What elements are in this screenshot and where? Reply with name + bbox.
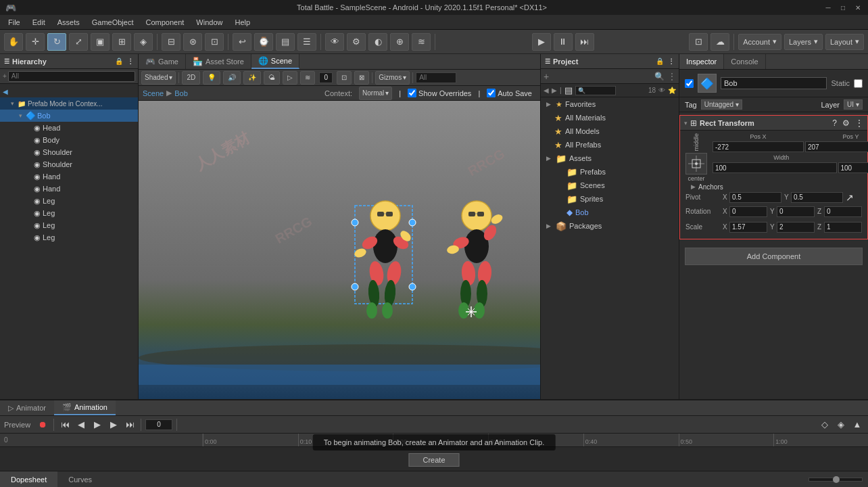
project-layout-icon[interactable]: ▤	[564, 85, 573, 95]
anim-key2-btn[interactable]: ◈	[834, 419, 848, 431]
auto-save-checkbox[interactable]	[487, 89, 496, 97]
menu-file[interactable]: File	[3, 17, 26, 28]
bob-item[interactable]: ◆ Bob	[552, 206, 679, 219]
hierarchy-item-hand2[interactable]: ◉ Hand	[0, 183, 138, 195]
hand-tool[interactable]: ✋	[4, 33, 23, 51]
anim-next-frame[interactable]: ▶	[107, 419, 120, 431]
anim-frame-input[interactable]	[145, 419, 172, 430]
height-input[interactable]	[838, 162, 869, 173]
anim-play[interactable]: ▶	[91, 419, 104, 431]
tag-dropdown[interactable]: Untagged ▾	[701, 99, 742, 110]
project-star[interactable]: ⭐	[668, 87, 676, 94]
2d-btn[interactable]: 2D	[182, 71, 200, 85]
anim-last-frame[interactable]: ⏭	[123, 419, 137, 431]
light-btn[interactable]: 💡	[203, 71, 220, 85]
menu-assets[interactable]: Assets	[52, 17, 85, 28]
scale-x-input[interactable]	[729, 222, 767, 233]
cloud-btn[interactable]: ⊡	[689, 33, 708, 51]
all-prefabs-item[interactable]: ★ All Prefabs	[541, 138, 679, 152]
col2-btn[interactable]: ⊕	[390, 33, 409, 51]
pivot-y-input[interactable]	[791, 192, 843, 203]
project-back[interactable]: ◀	[544, 87, 549, 94]
favorites-folder[interactable]: ▶ ★ Favorites	[541, 97, 679, 111]
play-button[interactable]: ▶	[532, 33, 551, 51]
prefabs-folder[interactable]: 📁 Prefabs	[552, 165, 679, 179]
menu-component[interactable]: Component	[140, 17, 189, 28]
hierarchy-item-shoulder1[interactable]: ◉ Shoulder	[0, 146, 138, 158]
packages-folder[interactable]: ▶ 📦 Packages	[541, 219, 679, 233]
scale-z-input[interactable]	[824, 222, 862, 233]
hierarchy-item-head[interactable]: ◉ Head	[0, 122, 138, 134]
project-eye[interactable]: 👁	[658, 87, 665, 94]
hierarchy-item-leg3[interactable]: ◉ Leg	[0, 219, 138, 231]
pos-y-input[interactable]	[805, 141, 868, 152]
sky-btn[interactable]: 🌤	[264, 71, 280, 85]
project-forward[interactable]: ▶	[552, 87, 557, 94]
custom-tool[interactable]: ◈	[134, 33, 153, 51]
hierarchy-item-leg4[interactable]: ◉ Leg	[0, 231, 138, 244]
account-dropdown[interactable]: Account ▾	[738, 34, 781, 50]
anim-prev-frame[interactable]: ◀	[74, 419, 88, 431]
create-button[interactable]: Create	[408, 453, 459, 467]
obj-active-checkbox[interactable]	[685, 79, 694, 88]
menu-help[interactable]: Help	[229, 17, 256, 28]
collab-btn[interactable]: ☁	[710, 33, 729, 51]
view-btn[interactable]: 👁	[325, 33, 344, 51]
record-button[interactable]: ⏺	[36, 419, 49, 431]
audio-btn[interactable]: 🔊	[223, 71, 241, 85]
project-add[interactable]: +	[544, 71, 549, 82]
transform-tool[interactable]: ⊞	[112, 33, 131, 51]
scale-tool[interactable]: ⤢	[69, 33, 88, 51]
window-controls[interactable]: ─ □ ✕	[823, 3, 863, 12]
step-button[interactable]: ⏭	[575, 33, 594, 51]
hierarchy-item-body[interactable]: ◉ Body	[0, 134, 138, 146]
pause-button[interactable]: ⏸	[554, 33, 573, 51]
static-checkbox[interactable]	[854, 79, 863, 88]
align-tool[interactable]: ⊡	[205, 33, 224, 51]
dopesheet-tab[interactable]: Dopesheet	[0, 471, 57, 487]
pivot-x-input[interactable]	[729, 192, 781, 203]
all-materials-item[interactable]: ★ All Materials	[541, 111, 679, 124]
undo-btn[interactable]: ↩	[233, 33, 251, 51]
inspector-tab[interactable]: Inspector	[679, 54, 724, 69]
tab-game[interactable]: 🎮 Game	[139, 54, 186, 69]
curves-tab[interactable]: Curves	[57, 471, 103, 487]
component-settings[interactable]: ⚙	[842, 118, 850, 128]
scene-extra1[interactable]: ⊡	[337, 71, 352, 85]
component-more[interactable]: ⋮	[855, 118, 863, 128]
hierarchy-more[interactable]: ⋮	[127, 57, 134, 65]
component-header-rect[interactable]: ▾ ⊞ Rect Transform ? ⚙ ⋮	[680, 116, 867, 131]
shaded-dropdown[interactable]: Shaded ▾	[141, 71, 176, 85]
hierarchy-lock[interactable]: 🔒	[115, 57, 123, 65]
rot-y-input[interactable]	[777, 206, 815, 217]
gizmos-dropdown[interactable]: Gizmos ▾	[375, 71, 410, 85]
settings-btn[interactable]: ⚙	[347, 33, 366, 51]
anim-first-frame[interactable]: ⏮	[58, 419, 72, 431]
rot-z-input[interactable]	[824, 206, 862, 217]
layout-dropdown[interactable]: Layout ▾	[825, 34, 864, 50]
scene-extra2[interactable]: ⊠	[354, 71, 369, 85]
col1-btn[interactable]: ◐	[368, 33, 387, 51]
scenes-folder[interactable]: 📁 Scenes	[552, 179, 679, 192]
layers-dropdown[interactable]: Layers ▾	[784, 34, 823, 50]
console-tab[interactable]: Console	[724, 54, 765, 69]
snap-tool[interactable]: ⊛	[183, 33, 202, 51]
menu-window[interactable]: Window	[191, 17, 228, 28]
anim-key3-btn[interactable]: ▲	[850, 419, 864, 431]
project-more[interactable]: ⋮	[668, 57, 675, 65]
menu-gameobject[interactable]: GameObject	[87, 17, 139, 28]
breadcrumb-bob[interactable]: Bob	[174, 89, 188, 97]
menu-edit[interactable]: Edit	[27, 17, 51, 28]
close-button[interactable]: ✕	[853, 3, 863, 12]
anim-key-btn[interactable]: ◇	[818, 419, 831, 431]
project-options[interactable]: ⋮	[668, 72, 676, 81]
hierarchy-item-leg2[interactable]: ◉ Leg	[0, 207, 138, 219]
rot-x-input[interactable]	[729, 206, 767, 217]
breadcrumb-scene[interactable]: Scene	[143, 89, 164, 97]
rect-tool[interactable]: ▣	[91, 33, 110, 51]
redo-btn[interactable]: ⌚	[254, 33, 273, 51]
width-input[interactable]	[713, 162, 837, 173]
scale-y-input[interactable]	[777, 222, 815, 233]
layer-dropdown[interactable]: UI ▾	[844, 99, 863, 110]
component-help[interactable]: ?	[832, 118, 837, 128]
